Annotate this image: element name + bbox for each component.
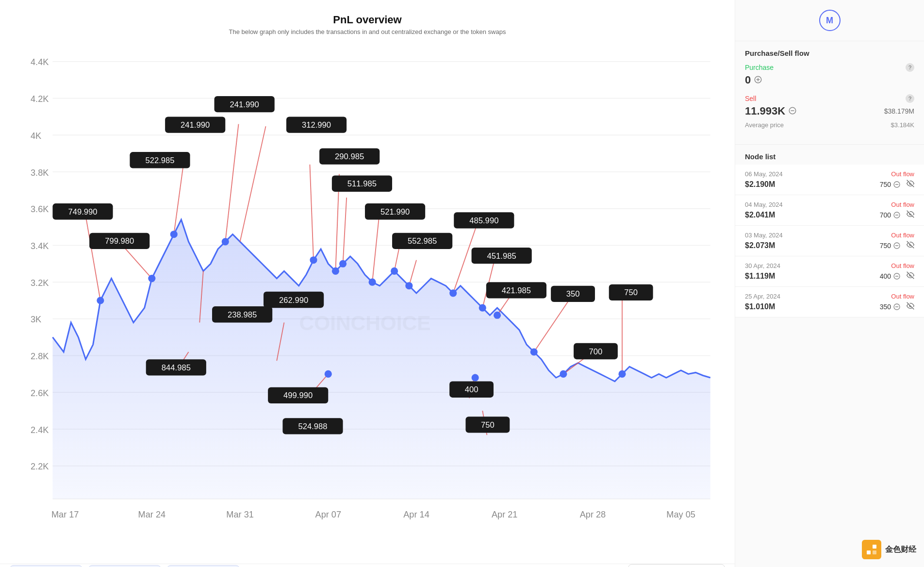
node-tokens-4: 350: [880, 302, 914, 311]
node-item-0: 06 May, 2024 Out flow $2.190M 750: [735, 165, 924, 195]
data-label-485: 485.990: [454, 212, 514, 228]
node-usd-1: $2.041M: [745, 211, 775, 219]
y-label-3k: 3K: [31, 315, 41, 324]
purchase-sell-section: Purchase/Sell flow Purchase ? 0 Sell: [735, 41, 924, 145]
svg-text:511.985: 511.985: [347, 179, 377, 188]
svg-text:312.990: 312.990: [302, 120, 331, 130]
node-date-3: 30 Apr, 2024: [745, 262, 780, 269]
svg-point-49: [494, 312, 501, 319]
sell-label: Sell: [745, 95, 756, 102]
svg-point-42: [339, 260, 346, 267]
node-flow-4: Out flow: [891, 293, 914, 300]
eye-icon-4[interactable]: [907, 302, 914, 311]
logo-circle: M: [819, 10, 841, 31]
data-label-524: 524.988: [282, 418, 343, 434]
right-panel: M Purchase/Sell flow Purchase ? 0: [735, 0, 924, 567]
node-usd-4: $1.010M: [745, 302, 775, 311]
group-by-select[interactable]: Group by: 1 hour ▾: [628, 564, 725, 567]
node-date-2: 03 May, 2024: [745, 232, 783, 239]
data-label-844: 844.985: [146, 359, 206, 375]
eye-icon-2[interactable]: [907, 241, 914, 250]
data-label-700: 700: [574, 343, 618, 359]
svg-text:844.985: 844.985: [162, 363, 191, 372]
svg-text:238.985: 238.985: [228, 310, 257, 319]
svg-text:400: 400: [465, 385, 478, 394]
svg-text:799.980: 799.980: [105, 236, 134, 246]
node-date-row-2: 03 May, 2024 Out flow: [745, 232, 914, 239]
sell-value-row: 11.993K $38.179M: [745, 105, 914, 117]
inflow-checkbox-item[interactable]: Inflow: [10, 565, 82, 567]
svg-line-33: [534, 298, 571, 352]
data-label-312: 312.990: [286, 117, 346, 133]
node-flow-3: Out flow: [891, 262, 914, 269]
bottom-logo-area: 金色财经: [735, 532, 924, 567]
node-item-2: 03 May, 2024 Out flow $2.073M 750: [735, 226, 924, 256]
purchase-value: 0: [745, 74, 914, 86]
data-label-552: 552.985: [392, 233, 452, 249]
node-count-2: 750: [880, 242, 891, 250]
svg-rect-112: [867, 550, 871, 554]
node-usd-3: $1.119M: [745, 272, 775, 281]
sell-label-row: Sell ?: [745, 94, 914, 103]
purchase-label: Purchase: [745, 64, 774, 71]
svg-text:750: 750: [624, 288, 638, 297]
data-label-499: 499.990: [268, 387, 328, 403]
node-item-4: 25 Apr, 2024 Out flow $1.010M 350: [735, 287, 924, 317]
svg-point-53: [618, 370, 626, 378]
y-label-3-6k: 3.6K: [31, 204, 49, 214]
y-label-4k: 4K: [31, 131, 41, 141]
svg-text:521.990: 521.990: [380, 207, 410, 217]
eye-icon-0[interactable]: [907, 180, 914, 189]
amount-checkbox-item[interactable]: Amount: [167, 565, 240, 567]
node-flow-2: Out flow: [891, 232, 914, 239]
node-tokens-0: 750: [880, 180, 914, 189]
node-amount-row-2: $2.073M 750: [745, 241, 914, 250]
node-amount-row-1: $2.041M 700: [745, 210, 914, 219]
eye-icon-1[interactable]: [907, 210, 914, 219]
svg-point-50: [472, 374, 479, 381]
main-container: PnL overview The below graph only includ…: [0, 0, 924, 567]
sell-help-icon[interactable]: ?: [906, 94, 914, 103]
data-label-350: 350: [551, 286, 595, 302]
svg-rect-114: [873, 550, 876, 554]
node-flow-1: Out flow: [891, 201, 914, 208]
section-title: Purchase/Sell flow: [745, 49, 914, 57]
svg-point-52: [560, 370, 567, 378]
svg-point-46: [325, 370, 332, 378]
chart-area: PnL overview The below graph only includ…: [0, 0, 735, 567]
chart-wrapper: 4.4K 4.2K 4K 3.8K 3.6K 3.4K 3.2K 3K 2.8K…: [5, 42, 725, 559]
node-date-4: 25 Apr, 2024: [745, 293, 780, 300]
node-tokens-1: 700: [880, 210, 914, 219]
svg-text:485.990: 485.990: [469, 216, 498, 225]
node-date-0: 06 May, 2024: [745, 170, 783, 178]
jse-logo: [862, 540, 881, 559]
data-label-749: 749.990: [52, 203, 113, 219]
node-date-1: 04 May, 2024: [745, 201, 783, 208]
svg-text:700: 700: [589, 347, 603, 356]
node-amount-row-0: $2.190M 750: [745, 180, 914, 189]
node-date-row-3: 30 Apr, 2024 Out flow: [745, 262, 914, 269]
svg-point-41: [332, 267, 339, 275]
data-label-522: 522.985: [130, 152, 190, 168]
outflow-checkbox-item[interactable]: Outflow: [88, 565, 161, 567]
y-label-3-4k: 3.4K: [31, 241, 49, 251]
data-label-799: 799.980: [89, 233, 149, 249]
svg-line-14: [122, 245, 152, 278]
node-usd-0: $2.190M: [745, 180, 775, 189]
svg-text:451.985: 451.985: [487, 251, 516, 261]
data-label-451: 451.985: [472, 248, 532, 264]
purchase-help-icon[interactable]: ?: [906, 63, 914, 72]
data-label-421: 421.985: [486, 282, 546, 298]
y-label-4-2k: 4.2K: [31, 94, 49, 104]
data-label-241-right: 241.990: [214, 96, 275, 112]
svg-text:750: 750: [481, 420, 495, 430]
svg-point-37: [148, 275, 155, 282]
node-count-1: 700: [880, 211, 891, 219]
node-item-3: 30 Apr, 2024 Out flow $1.119M 400: [735, 256, 924, 287]
svg-text:241.990: 241.990: [230, 100, 259, 109]
node-list-title: Node list: [735, 145, 924, 165]
watermark: COINCHOICE: [299, 312, 431, 334]
eye-icon-3[interactable]: [907, 271, 914, 281]
node-date-row-1: 04 May, 2024 Out flow: [745, 201, 914, 208]
logo-symbol: M: [826, 16, 833, 26]
